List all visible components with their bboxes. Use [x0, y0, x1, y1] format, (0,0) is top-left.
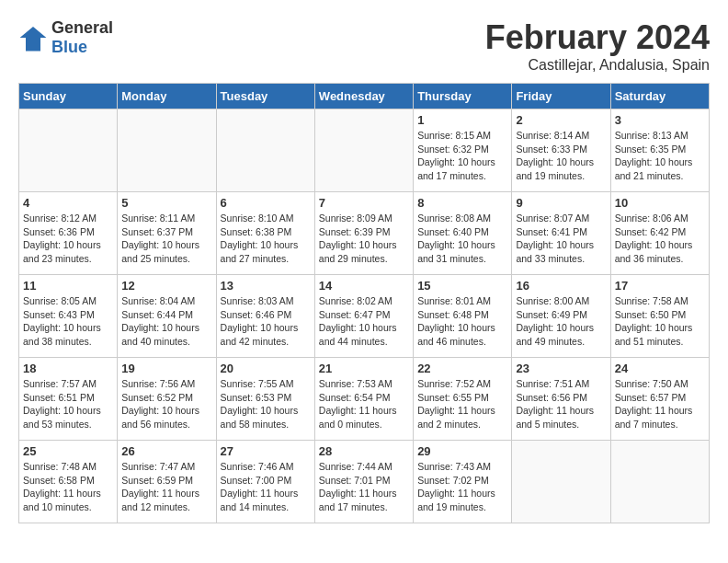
header-day-monday: Monday — [118, 84, 216, 109]
logo-icon — [18, 23, 48, 52]
calendar-cell: 11Sunrise: 8:05 AM Sunset: 6:43 PM Dayli… — [19, 275, 118, 358]
day-info: Sunrise: 7:51 AM Sunset: 6:56 PM Dayligh… — [516, 377, 606, 431]
day-number: 22 — [417, 362, 507, 375]
day-info: Sunrise: 8:09 AM Sunset: 6:39 PM Dayligh… — [319, 212, 409, 266]
calendar-cell — [216, 109, 314, 192]
day-number: 24 — [615, 362, 705, 375]
day-info: Sunrise: 8:08 AM Sunset: 6:40 PM Dayligh… — [417, 212, 507, 266]
day-number: 16 — [516, 279, 606, 293]
day-info: Sunrise: 7:53 AM Sunset: 6:54 PM Dayligh… — [319, 377, 409, 431]
day-info: Sunrise: 7:57 AM Sunset: 6:51 PM Dayligh… — [23, 377, 113, 431]
day-number: 14 — [319, 279, 409, 293]
week-row-2: 11Sunrise: 8:05 AM Sunset: 6:43 PM Dayli… — [19, 275, 710, 358]
calendar-body: 1Sunrise: 8:15 AM Sunset: 6:32 PM Daylig… — [19, 109, 710, 523]
day-info: Sunrise: 7:55 AM Sunset: 6:53 PM Dayligh… — [221, 377, 311, 431]
day-number: 17 — [615, 279, 705, 293]
calendar-cell: 7Sunrise: 8:09 AM Sunset: 6:39 PM Daylig… — [314, 192, 413, 275]
calendar-cell: 28Sunrise: 7:44 AM Sunset: 7:01 PM Dayli… — [314, 441, 413, 523]
day-info: Sunrise: 8:07 AM Sunset: 6:41 PM Dayligh… — [516, 212, 606, 266]
day-info: Sunrise: 7:58 AM Sunset: 6:50 PM Dayligh… — [615, 294, 705, 349]
calendar-cell: 2Sunrise: 8:14 AM Sunset: 6:33 PM Daylig… — [512, 109, 610, 192]
logo-text: General Blue — [51, 18, 113, 57]
calendar-cell — [19, 109, 118, 192]
day-number: 3 — [615, 113, 705, 127]
calendar-cell: 10Sunrise: 8:06 AM Sunset: 6:42 PM Dayli… — [610, 192, 709, 275]
day-number: 5 — [121, 196, 211, 210]
day-number: 26 — [121, 444, 211, 458]
day-info: Sunrise: 7:47 AM Sunset: 6:59 PM Dayligh… — [121, 460, 211, 514]
header-day-saturday: Saturday — [610, 84, 709, 109]
day-info: Sunrise: 8:00 AM Sunset: 6:49 PM Dayligh… — [516, 294, 606, 349]
logo: General Blue — [18, 18, 113, 57]
day-number: 8 — [417, 196, 507, 210]
day-number: 23 — [516, 362, 606, 375]
day-number: 10 — [615, 196, 705, 210]
day-info: Sunrise: 8:03 AM Sunset: 6:46 PM Dayligh… — [221, 294, 311, 349]
calendar-cell: 22Sunrise: 7:52 AM Sunset: 6:55 PM Dayli… — [414, 358, 512, 441]
day-number: 19 — [121, 362, 211, 375]
calendar-cell: 29Sunrise: 7:43 AM Sunset: 7:02 PM Dayli… — [414, 441, 512, 523]
day-number: 9 — [516, 196, 606, 210]
month-title: February 2024 — [485, 18, 710, 57]
day-info: Sunrise: 7:43 AM Sunset: 7:02 PM Dayligh… — [417, 460, 507, 514]
calendar-table: SundayMondayTuesdayWednesdayThursdayFrid… — [18, 83, 710, 523]
calendar-cell: 4Sunrise: 8:12 AM Sunset: 6:36 PM Daylig… — [19, 192, 118, 275]
day-number: 21 — [319, 362, 409, 375]
calendar-cell: 3Sunrise: 8:13 AM Sunset: 6:35 PM Daylig… — [610, 109, 709, 192]
calendar-cell: 21Sunrise: 7:53 AM Sunset: 6:54 PM Dayli… — [314, 358, 413, 441]
calendar-cell: 6Sunrise: 8:10 AM Sunset: 6:38 PM Daylig… — [216, 192, 314, 275]
calendar-cell — [118, 109, 216, 192]
day-number: 12 — [121, 279, 211, 293]
calendar-cell: 12Sunrise: 8:04 AM Sunset: 6:44 PM Dayli… — [118, 275, 216, 358]
header-day-tuesday: Tuesday — [216, 84, 314, 109]
calendar-cell: 13Sunrise: 8:03 AM Sunset: 6:46 PM Dayli… — [216, 275, 314, 358]
calendar-cell: 18Sunrise: 7:57 AM Sunset: 6:51 PM Dayli… — [19, 358, 118, 441]
day-info: Sunrise: 8:01 AM Sunset: 6:48 PM Dayligh… — [417, 294, 507, 349]
logo-blue-text: Blue — [51, 38, 113, 57]
day-number: 28 — [319, 444, 409, 458]
day-info: Sunrise: 8:12 AM Sunset: 6:36 PM Dayligh… — [23, 212, 113, 266]
day-number: 2 — [516, 113, 606, 127]
day-number: 20 — [221, 362, 311, 375]
day-info: Sunrise: 8:11 AM Sunset: 6:37 PM Dayligh… — [121, 212, 211, 266]
day-info: Sunrise: 7:52 AM Sunset: 6:55 PM Dayligh… — [417, 377, 507, 431]
week-row-0: 1Sunrise: 8:15 AM Sunset: 6:32 PM Daylig… — [19, 109, 710, 192]
title-block: February 2024 Castillejar, Andalusia, Sp… — [485, 18, 710, 74]
calendar-header-row: SundayMondayTuesdayWednesdayThursdayFrid… — [19, 84, 710, 109]
header-day-thursday: Thursday — [414, 84, 512, 109]
day-info: Sunrise: 8:05 AM Sunset: 6:43 PM Dayligh… — [23, 294, 113, 349]
calendar-cell: 19Sunrise: 7:56 AM Sunset: 6:52 PM Dayli… — [118, 358, 216, 441]
header-day-sunday: Sunday — [19, 84, 118, 109]
header-day-wednesday: Wednesday — [314, 84, 413, 109]
day-number: 18 — [23, 362, 113, 375]
day-info: Sunrise: 8:15 AM Sunset: 6:32 PM Dayligh… — [417, 129, 507, 183]
day-number: 13 — [221, 279, 311, 293]
calendar-cell: 14Sunrise: 8:02 AM Sunset: 6:47 PM Dayli… — [314, 275, 413, 358]
calendar-cell: 26Sunrise: 7:47 AM Sunset: 6:59 PM Dayli… — [118, 441, 216, 523]
calendar-cell: 25Sunrise: 7:48 AM Sunset: 6:58 PM Dayli… — [19, 441, 118, 523]
calendar-cell: 27Sunrise: 7:46 AM Sunset: 7:00 PM Dayli… — [216, 441, 314, 523]
calendar-cell — [512, 441, 610, 523]
day-info: Sunrise: 8:14 AM Sunset: 6:33 PM Dayligh… — [516, 129, 606, 183]
location-title: Castillejar, Andalusia, Spain — [485, 57, 710, 74]
calendar-cell: 20Sunrise: 7:55 AM Sunset: 6:53 PM Dayli… — [216, 358, 314, 441]
day-number: 1 — [417, 113, 507, 127]
week-row-1: 4Sunrise: 8:12 AM Sunset: 6:36 PM Daylig… — [19, 192, 710, 275]
logo-general-text: General — [51, 18, 113, 38]
day-number: 29 — [417, 444, 507, 458]
calendar-cell: 17Sunrise: 7:58 AM Sunset: 6:50 PM Dayli… — [610, 275, 709, 358]
calendar-cell: 9Sunrise: 8:07 AM Sunset: 6:41 PM Daylig… — [512, 192, 610, 275]
day-number: 25 — [23, 444, 113, 458]
day-info: Sunrise: 7:44 AM Sunset: 7:01 PM Dayligh… — [319, 460, 409, 514]
calendar-cell: 1Sunrise: 8:15 AM Sunset: 6:32 PM Daylig… — [414, 109, 512, 192]
page-header: General Blue February 2024 Castillejar, … — [18, 18, 710, 74]
calendar-cell: 23Sunrise: 7:51 AM Sunset: 6:56 PM Dayli… — [512, 358, 610, 441]
day-info: Sunrise: 8:10 AM Sunset: 6:38 PM Dayligh… — [221, 212, 311, 266]
day-number: 15 — [417, 279, 507, 293]
calendar-cell: 16Sunrise: 8:00 AM Sunset: 6:49 PM Dayli… — [512, 275, 610, 358]
day-number: 27 — [221, 444, 311, 458]
day-info: Sunrise: 8:04 AM Sunset: 6:44 PM Dayligh… — [121, 294, 211, 349]
svg-marker-0 — [20, 27, 47, 51]
day-info: Sunrise: 7:46 AM Sunset: 7:00 PM Dayligh… — [221, 460, 311, 514]
day-info: Sunrise: 8:13 AM Sunset: 6:35 PM Dayligh… — [615, 129, 705, 183]
